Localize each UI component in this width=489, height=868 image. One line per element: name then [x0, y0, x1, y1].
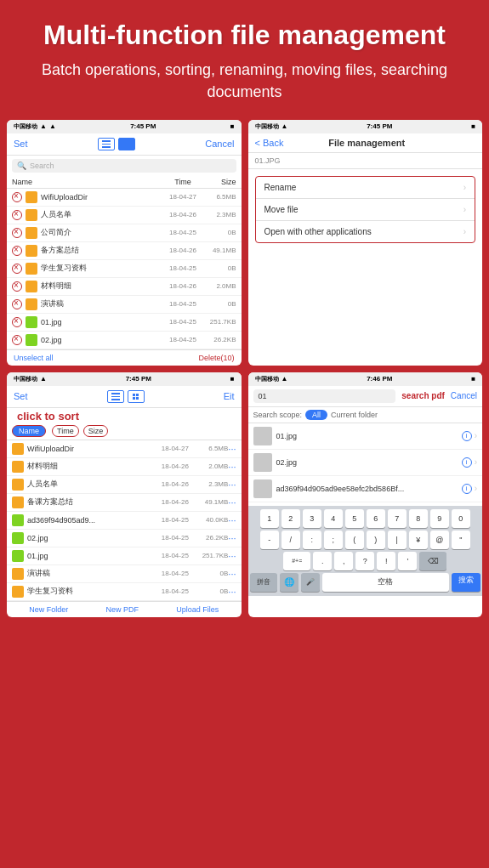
- scope-folder-btn[interactable]: Current folder: [331, 411, 378, 419]
- dots-menu-btn[interactable]: ···: [228, 515, 236, 525]
- move-file-menu-item[interactable]: Move file ›: [256, 199, 475, 221]
- back-button-tr[interactable]: < Back: [255, 138, 284, 148]
- file-item-bl[interactable]: 备课方案总结18-04-2649.1MB···: [7, 494, 242, 512]
- cancel-button-tl[interactable]: Cancel: [205, 139, 234, 149]
- kb-key-dash[interactable]: -: [260, 530, 279, 549]
- kb-key-7[interactable]: 7: [388, 509, 407, 528]
- file-item-bl[interactable]: 材料明细18-04-262.0MB···: [7, 458, 242, 476]
- kb-key-lparen[interactable]: (: [345, 530, 364, 549]
- dots-menu-btn[interactable]: ···: [228, 587, 236, 597]
- file-checkbox[interactable]: [12, 192, 22, 202]
- main-title: Multi-function file management: [17, 19, 472, 51]
- file-item-tl[interactable]: 人员名单18-04-262.3MB: [7, 207, 242, 224]
- kb-key-special[interactable]: #+=: [283, 552, 310, 570]
- kb-key-apos[interactable]: ': [398, 552, 417, 570]
- dots-menu-btn[interactable]: ···: [228, 551, 236, 561]
- search-result-item[interactable]: 02.jpgi›: [248, 450, 483, 476]
- kb-key-yen[interactable]: ¥: [409, 530, 428, 549]
- dots-menu-btn[interactable]: ···: [228, 533, 236, 543]
- scope-all-btn[interactable]: All: [305, 410, 327, 420]
- kb-key-1[interactable]: 1: [260, 509, 279, 528]
- search-input-br[interactable]: 01: [253, 389, 396, 403]
- grid-view-icon[interactable]: [118, 138, 135, 150]
- kb-key-comma[interactable]: ,: [334, 552, 353, 570]
- file-item-tl[interactable]: 演讲稿18-04-250B: [7, 296, 242, 314]
- kb-key-6[interactable]: 6: [367, 509, 385, 528]
- kb-key-slash[interactable]: /: [281, 530, 300, 549]
- file-item-bl[interactable]: WifiUploadDir18-04-276.5MB···: [7, 440, 242, 458]
- file-item-tl[interactable]: 备方案总结18-04-2649.1MB: [7, 242, 242, 260]
- kb-key-colon[interactable]: :: [303, 530, 321, 549]
- kb-globe-btn[interactable]: 🌐: [280, 573, 299, 592]
- dots-menu-btn[interactable]: ···: [228, 479, 236, 490]
- file-item-tl[interactable]: 02.jpg18-04-2526.2KB: [7, 332, 242, 349]
- kb-mic-btn[interactable]: 🎤: [301, 573, 320, 592]
- cancel-btn-br[interactable]: Cancel: [451, 391, 477, 400]
- result-info-btn[interactable]: i: [462, 431, 472, 441]
- open-with-menu-item[interactable]: Open with other applications ›: [256, 221, 475, 242]
- dots-menu-btn[interactable]: ···: [228, 462, 236, 472]
- search-bar-tl[interactable]: 🔍 Search: [12, 159, 236, 173]
- file-item-bl[interactable]: 学生复习资料18-04-250B···: [7, 583, 242, 601]
- set-button-tl[interactable]: Set: [14, 139, 28, 149]
- sort-name-pill[interactable]: Name: [12, 425, 46, 437]
- kb-key-pipe[interactable]: |: [388, 530, 407, 549]
- file-item-tl[interactable]: 公司简介18-04-250B: [7, 224, 242, 242]
- file-checkbox[interactable]: [12, 210, 22, 220]
- new-folder-btn[interactable]: New Folder: [29, 605, 68, 614]
- kb-key-9[interactable]: 9: [430, 509, 449, 528]
- file-item-bl[interactable]: ad369f94d905ad9...18-04-2540.0KB···: [7, 512, 242, 530]
- delete-btn[interactable]: Delete(10): [198, 354, 234, 362]
- file-checkbox[interactable]: [12, 246, 22, 256]
- kb-key-rparen[interactable]: ): [367, 530, 385, 549]
- kb-key-question[interactable]: ?: [355, 552, 374, 570]
- kb-key-exclaim[interactable]: !: [377, 552, 395, 570]
- file-item-tl[interactable]: 学生复习资料18-04-250B: [7, 260, 242, 278]
- kb-space-btn[interactable]: 空格: [322, 573, 450, 592]
- dots-menu-btn[interactable]: ···: [228, 569, 236, 579]
- search-result-item[interactable]: 01.jpgi›: [248, 423, 483, 450]
- dots-menu-btn[interactable]: ···: [228, 444, 236, 454]
- dots-menu-btn[interactable]: ···: [228, 497, 236, 508]
- edit-button-bl[interactable]: Eit: [224, 391, 235, 401]
- kb-key-8[interactable]: 8: [409, 509, 428, 528]
- file-checkbox[interactable]: [12, 281, 22, 292]
- new-pdf-btn[interactable]: New PDF: [105, 605, 139, 614]
- kb-key-0[interactable]: 0: [452, 509, 470, 528]
- kb-key-quote[interactable]: ": [452, 530, 470, 549]
- kb-key-5[interactable]: 5: [345, 509, 364, 528]
- kb-key-2[interactable]: 2: [281, 509, 300, 528]
- set-button-bl[interactable]: Set: [14, 391, 28, 401]
- kb-key-backspace[interactable]: ⌫: [419, 552, 446, 570]
- kb-lang-btn[interactable]: 拼音: [250, 573, 277, 592]
- kb-key-at[interactable]: @: [430, 530, 449, 549]
- rename-menu-item[interactable]: Rename ›: [256, 177, 475, 199]
- result-info-btn[interactable]: i: [462, 457, 472, 468]
- file-item-tl[interactable]: WifiUploadDir18-04-276.5MB: [7, 189, 242, 207]
- list-view-icon-bl[interactable]: [107, 390, 124, 403]
- file-item-tl[interactable]: 01.jpg18-04-25251.7KB: [7, 314, 242, 332]
- grid-view-icon-bl[interactable]: [128, 390, 145, 403]
- result-info-btn[interactable]: i: [462, 484, 472, 494]
- file-item-bl[interactable]: 02.jpg18-04-2526.2KB···: [7, 530, 242, 547]
- kb-key-4[interactable]: 4: [324, 509, 343, 528]
- file-checkbox[interactable]: [12, 299, 22, 309]
- file-checkbox[interactable]: [12, 317, 22, 327]
- search-result-item[interactable]: ad369f94d905ad9ee58efc2bd586Bf...i›: [248, 476, 483, 502]
- kb-key-dot[interactable]: .: [313, 552, 332, 570]
- file-item-tl[interactable]: 材料明细18-04-262.0MB: [7, 278, 242, 296]
- sort-size-pill[interactable]: Size: [83, 425, 109, 437]
- kb-key-semicolon[interactable]: ;: [324, 530, 343, 549]
- kb-key-3[interactable]: 3: [303, 509, 321, 528]
- file-checkbox[interactable]: [12, 228, 22, 238]
- kb-search-btn[interactable]: 搜索: [452, 573, 480, 592]
- file-item-bl[interactable]: 人员名单18-04-262.3MB···: [7, 476, 242, 494]
- unselect-all-btn[interactable]: Unselect all: [14, 354, 54, 362]
- upload-files-btn[interactable]: Upload Files: [176, 605, 219, 614]
- sort-time-pill[interactable]: Time: [52, 425, 79, 437]
- file-checkbox[interactable]: [12, 335, 22, 345]
- file-item-bl[interactable]: 演讲稿18-04-250B···: [7, 565, 242, 583]
- file-checkbox[interactable]: [12, 264, 22, 274]
- list-view-icon[interactable]: [98, 138, 115, 150]
- file-item-bl[interactable]: 01.jpg18-04-25251.7KB···: [7, 547, 242, 565]
